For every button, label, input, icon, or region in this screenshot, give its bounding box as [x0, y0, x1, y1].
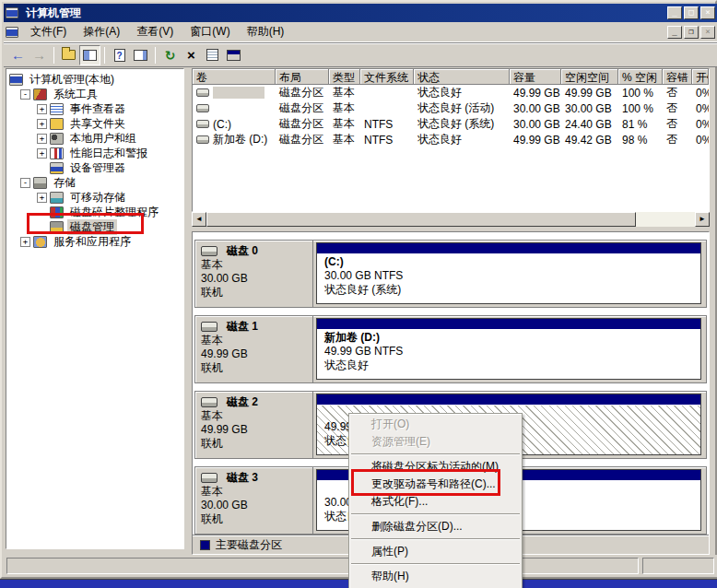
- scroll-left-button[interactable]: ◄: [192, 212, 206, 227]
- tree-item-shared-folders[interactable]: + 共享文件夹: [7, 116, 182, 131]
- tree-item-performance-logs[interactable]: + 性能日志和警报: [7, 146, 182, 160]
- disk-info[interactable]: 磁盘 3 基本 30.00 GB 联机: [195, 467, 313, 534]
- tree-item-computer-management[interactable]: 计算机管理(本地): [7, 72, 182, 87]
- partition-context-menu: 打开(O) 资源管理(E) 将磁盘分区标为活动的(M) 更改驱动器号和路径(C)…: [348, 413, 523, 588]
- console-tree-icon: [83, 50, 97, 61]
- performance-icon: [50, 147, 64, 159]
- mdi-restore-button[interactable]: ❐: [684, 26, 699, 39]
- column-header-free-space[interactable]: 空闲空间: [561, 69, 618, 85]
- forward-button[interactable]: →: [29, 45, 50, 65]
- services-icon: [33, 236, 47, 248]
- menu-item-delete-partition[interactable]: 删除磁盘分区(D)...: [349, 518, 522, 535]
- expand-expander[interactable]: +: [37, 134, 47, 144]
- volume-name: (C:): [213, 118, 231, 131]
- back-button[interactable]: ←: [7, 45, 29, 65]
- column-header-status[interactable]: 状态: [414, 69, 510, 85]
- expand-expander[interactable]: +: [37, 193, 47, 203]
- volume-icon: [196, 88, 209, 97]
- help-topics-button[interactable]: ?: [109, 45, 130, 65]
- tree-item-event-viewer[interactable]: + 事件查看器: [7, 101, 182, 116]
- refresh-button[interactable]: ↻: [159, 45, 181, 65]
- volume-name: 新加卷 (D:): [213, 132, 267, 147]
- expand-expander[interactable]: +: [37, 148, 47, 159]
- toolbar-separator: [155, 47, 156, 64]
- column-header-capacity[interactable]: 容量: [510, 69, 561, 85]
- disk-icon: [201, 473, 217, 483]
- scrollbar-thumb[interactable]: [206, 212, 636, 227]
- column-header-layout[interactable]: 布局: [276, 69, 329, 85]
- menu-item-help[interactable]: 帮助(H): [349, 568, 522, 585]
- primary-partition-band: [317, 319, 700, 330]
- event-viewer-icon: [50, 103, 64, 115]
- menu-file[interactable]: 文件(F): [22, 22, 75, 41]
- help-doc-icon: ?: [114, 49, 125, 62]
- partition-area: 新加卷 (D:) 49.99 GB NTFS 状态良好: [313, 316, 706, 382]
- expand-expander[interactable]: +: [37, 119, 47, 129]
- tree-item-removable-storage[interactable]: + 可移动存储: [7, 190, 182, 205]
- mdi-minimize-button[interactable]: _: [667, 26, 682, 39]
- disk-info[interactable]: 磁盘 0 基本 30.00 GB 联机: [195, 241, 313, 307]
- mdi-child-icon: [6, 27, 18, 38]
- forward-icon: →: [32, 47, 46, 63]
- partition-c[interactable]: (C:) 30.00 GB NTFS 状态良好 (系统): [316, 242, 701, 304]
- properties-button[interactable]: [202, 45, 223, 65]
- column-header-pct-free[interactable]: % 空闲: [618, 69, 663, 85]
- expand-expander[interactable]: +: [20, 237, 30, 247]
- menu-item-explore: 资源管理(E): [349, 433, 522, 451]
- up-folder-icon: [62, 50, 76, 60]
- disk-management-view-button[interactable]: [223, 45, 244, 65]
- legend-label: 主要磁盘分区: [216, 537, 282, 553]
- volume-icon: [196, 104, 209, 112]
- toolbar-separator: [53, 47, 54, 64]
- tree-item-local-users-groups[interactable]: + 本地用户和组: [7, 131, 182, 146]
- expand-expander[interactable]: +: [37, 104, 47, 114]
- app-icon: [6, 7, 18, 18]
- show-console-tree-button[interactable]: [79, 45, 100, 65]
- primary-partition-band: [317, 243, 700, 254]
- title-bar: 计算机管理 _ □ ×: [4, 4, 717, 22]
- removable-storage-icon: [50, 192, 64, 204]
- show-action-pane-button[interactable]: [130, 45, 151, 65]
- up-one-level-button[interactable]: [58, 45, 79, 65]
- column-header-overhead[interactable]: 开销: [692, 69, 709, 85]
- maximize-button[interactable]: □: [684, 6, 699, 19]
- menu-view[interactable]: 查看(V): [128, 22, 182, 41]
- tree-item-system-tools[interactable]: - 系统工具: [7, 87, 182, 101]
- collapse-expander[interactable]: -: [20, 178, 30, 188]
- disk-info[interactable]: 磁盘 1 基本 49.99 GB 联机: [195, 316, 313, 382]
- menu-action[interactable]: 操作(A): [75, 22, 128, 41]
- volume-row[interactable]: 磁盘分区 基本 状态良好 49.99 GB 49.99 GB 100 % 否 0…: [193, 85, 709, 100]
- disk-info[interactable]: 磁盘 2 基本 49.99 GB 联机: [195, 392, 313, 458]
- close-button[interactable]: ×: [700, 6, 715, 19]
- tree-item-device-manager[interactable]: 设备管理器: [7, 160, 182, 175]
- status-segment: [6, 558, 639, 574]
- delete-icon: ×: [187, 47, 195, 63]
- column-header-fault-tolerance[interactable]: 容错: [663, 69, 692, 85]
- device-manager-icon: [50, 162, 64, 174]
- tree-item-services-applications[interactable]: + 服务和应用程序: [7, 234, 182, 249]
- primary-partition-legend-swatch: [200, 540, 210, 550]
- menu-help[interactable]: 帮助(H): [239, 22, 293, 41]
- column-header-volume[interactable]: 卷: [193, 69, 276, 85]
- menu-item-properties[interactable]: 属性(P): [349, 543, 522, 560]
- toolbar: ← → ? ↻ ×: [4, 43, 717, 67]
- menu-separator: [351, 538, 520, 540]
- minimize-button[interactable]: _: [667, 6, 682, 19]
- disk-row-1: 磁盘 1 基本 49.99 GB 联机 新加卷 (D:) 49.99 GB NT…: [194, 315, 707, 383]
- scrollbar-track[interactable]: [636, 212, 695, 227]
- refresh-icon: ↻: [165, 48, 176, 63]
- column-header-type[interactable]: 类型: [329, 69, 360, 85]
- scroll-right-button[interactable]: ►: [695, 212, 710, 227]
- toolbar-separator: [104, 47, 105, 64]
- delete-button[interactable]: ×: [181, 45, 202, 65]
- partition-d[interactable]: 新加卷 (D:) 49.99 GB NTFS 状态良好: [316, 318, 701, 380]
- collapse-expander[interactable]: -: [20, 89, 30, 100]
- volume-row[interactable]: 新加卷 (D:) 磁盘分区 基本 NTFS 状态良好 49.99 GB 49.4…: [193, 132, 709, 147]
- menu-window[interactable]: 窗口(W): [182, 22, 238, 41]
- horizontal-scrollbar[interactable]: ◄ ►: [192, 212, 710, 227]
- menu-bar: 文件(F) 操作(A) 查看(V) 窗口(W) 帮助(H) _ ❐ ×: [4, 22, 717, 42]
- column-header-filesystem[interactable]: 文件系统: [360, 69, 414, 85]
- volume-row[interactable]: 磁盘分区 基本 状态良好 (活动) 30.00 GB 30.00 GB 100 …: [193, 100, 709, 116]
- volume-row[interactable]: (C:) 磁盘分区 基本 NTFS 状态良好 (系统) 30.00 GB 24.…: [193, 116, 709, 132]
- tree-item-storage[interactable]: - 存储: [7, 175, 182, 190]
